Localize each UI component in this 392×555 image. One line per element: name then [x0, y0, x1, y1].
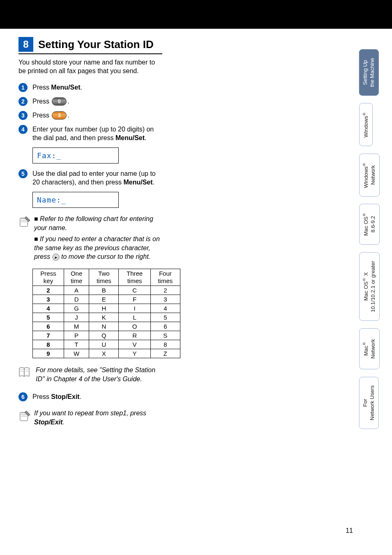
cell-c4: 2 — [150, 286, 180, 295]
cell-c3: O — [119, 322, 150, 331]
step-1-pre: Press — [32, 84, 51, 91]
tab-windows[interactable]: Windows® — [359, 103, 373, 146]
th-two-label: Twotimes — [97, 270, 111, 284]
tab-7-a: For — [362, 399, 368, 407]
tab-5-a: Mac OS — [363, 282, 369, 301]
th-three-label: Threetimes — [127, 270, 143, 284]
cell-c1: G — [64, 304, 89, 313]
cell-key: 5 — [33, 313, 64, 322]
step-6-body: Press Stop/Exit. — [32, 392, 162, 401]
note-samekey-b-pre: press — [34, 253, 52, 260]
note-samekey: If you need to enter a character that is… — [34, 235, 162, 261]
side-tabs: Setting Upthe Machine Windows® Windows®N… — [359, 49, 380, 437]
cell-c1: A — [64, 286, 89, 295]
cell-c2: E — [89, 295, 119, 304]
step-2-post: . — [67, 98, 69, 105]
th-four: Fourtimes — [150, 269, 180, 286]
table-row: 4GHI4 — [33, 304, 180, 313]
step-1-num: 1 — [18, 83, 28, 92]
repeat-note-b: Stop/Exit — [34, 419, 62, 426]
lcd-fax: Fax:_ — [32, 147, 119, 164]
tab-windows-network[interactable]: Windows®Network — [359, 154, 380, 197]
step-4: 4 Enter your fax number (up to 20 digits… — [18, 125, 162, 143]
repeat-note-text: If you want to repeat from step1, press … — [34, 409, 162, 426]
step-6-pre: Press — [32, 393, 51, 400]
table-row: 3DEF3 — [33, 295, 180, 304]
cell-c3: F — [119, 295, 150, 304]
cell-c2: K — [89, 313, 119, 322]
cell-key: 6 — [33, 322, 64, 331]
step-1-body: Press Menu/Set. — [32, 83, 162, 92]
tab-mac-network[interactable]: Mac®Network — [359, 328, 380, 369]
table-row: 7PQRS — [33, 331, 180, 340]
cell-c4: S — [150, 331, 180, 340]
intro-text: You should store your name and fax numbe… — [18, 58, 162, 76]
table-row: 9WXYZ — [33, 349, 180, 358]
cell-c1: W — [64, 349, 89, 358]
tab-3-a: Windows — [363, 166, 369, 188]
note-samekey-b-post: to move the cursor to the right. — [60, 253, 150, 260]
step-6: 6 Press Stop/Exit. — [18, 392, 162, 401]
tab-1-a: Setting Up — [362, 60, 368, 85]
repeat-note-a: If you want to repeat from step1, press — [34, 410, 146, 417]
th-two: Twotimes — [89, 269, 119, 286]
step-1-post: . — [80, 84, 82, 91]
tab-macos86[interactable]: Mac OS®8.6-9.2 — [359, 204, 380, 245]
step-6-post: . — [80, 393, 81, 400]
cell-c1: M — [64, 322, 89, 331]
step-5-text-b: . — [153, 179, 154, 186]
step-5: 5 Use the dial pad to enter your name (u… — [18, 169, 162, 187]
tab-network-users[interactable]: ForNetwork Users — [359, 377, 379, 429]
note-icon — [18, 216, 31, 230]
tab-5-b: X — [363, 272, 369, 277]
table-row: 8TUV8 — [33, 340, 180, 349]
dialpad-key-3-icon: 3 — [52, 111, 67, 120]
reference-block: For more details, see "Setting the Stati… — [18, 366, 162, 383]
tab-5-c: 10.1/10.2.1 or greater — [370, 261, 376, 312]
repeat-note: If you want to repeat from step1, press … — [18, 409, 162, 426]
step-4-bold: Menu/Set — [115, 134, 145, 141]
book-icon — [18, 366, 32, 380]
step-4-num: 4 — [18, 125, 28, 134]
cell-c3: L — [119, 313, 150, 322]
char-entry-table: Presskey Onetime Twotimes Threetimes Fou… — [32, 269, 180, 358]
table-header-row: Presskey Onetime Twotimes Threetimes Fou… — [33, 269, 180, 286]
cell-key: 3 — [33, 295, 64, 304]
cell-key: 9 — [33, 349, 64, 358]
cell-key: 4 — [33, 304, 64, 313]
th-three: Threetimes — [119, 269, 150, 286]
tab-1-b: the Machine — [369, 58, 375, 87]
cell-c2: N — [89, 322, 119, 331]
cell-c1: J — [64, 313, 89, 322]
step-3-post: . — [67, 112, 69, 119]
nav-right-icon: ▸ — [52, 253, 60, 261]
tab-macosx[interactable]: Mac OS® X10.1/10.2.1 or greater — [359, 252, 380, 321]
dialpad-key-0-icon: 0 — [52, 97, 67, 106]
tab-setting-up[interactable]: Setting Upthe Machine — [359, 49, 379, 96]
tab-6-b: Network — [370, 339, 376, 359]
step-1-bold: Menu/Set — [51, 84, 80, 91]
th-one-label: Onetime — [71, 270, 82, 284]
step-3-num: 3 — [18, 111, 28, 120]
cell-c4: 5 — [150, 313, 180, 322]
cell-c3: I — [119, 304, 150, 313]
cell-key: 2 — [33, 286, 64, 295]
repeat-note-c: . — [62, 419, 64, 426]
top-bar — [0, 0, 392, 29]
table-row: 6MNO6 — [33, 322, 180, 331]
step-4-text-b: . — [145, 134, 146, 141]
cell-c4: 3 — [150, 295, 180, 304]
cell-c2: X — [89, 349, 119, 358]
cell-key: 8 — [33, 340, 64, 349]
main-content: 8 Setting Your Station ID You should sto… — [0, 29, 181, 426]
th-key-label: Presskey — [40, 270, 56, 284]
step-3: 3 Press 3. — [18, 111, 162, 120]
cell-c2: U — [89, 340, 119, 349]
tab-4-a: Mac OS — [363, 217, 369, 236]
step-2-body: Press 0. — [32, 97, 162, 106]
tab-4-b: 8.6-9.2 — [370, 216, 376, 233]
cell-key: 7 — [33, 331, 64, 340]
tab-7-b: Network Users — [369, 385, 375, 420]
note-icon-2 — [18, 410, 31, 424]
step-5-bold: Menu/Set — [123, 179, 152, 186]
